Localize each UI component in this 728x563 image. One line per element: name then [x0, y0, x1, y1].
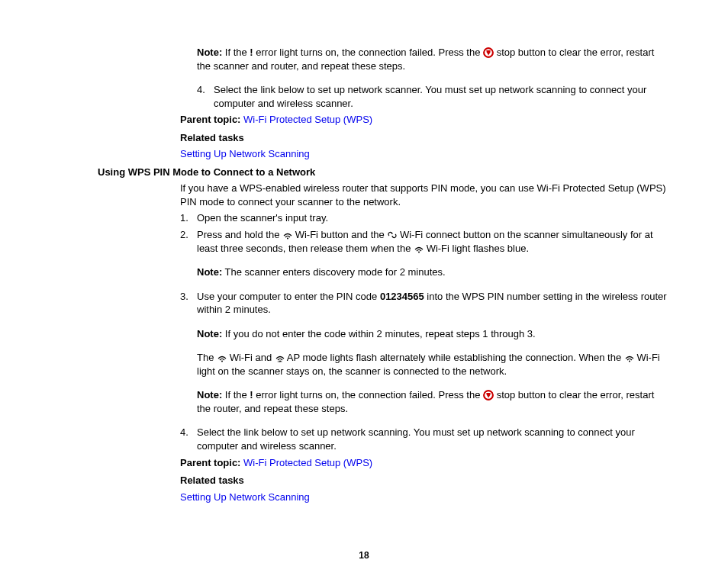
intro-text: If you have a WPS-enabled wireless route…	[180, 182, 667, 208]
page-number: 18	[31, 549, 697, 561]
note-label: Note:	[197, 266, 222, 278]
note-text: Note: If the ! error light turns on, the…	[197, 388, 667, 415]
parent-topic-link[interactable]: Wi-Fi Protected Setup (WPS)	[243, 457, 372, 468]
step-text: Press and hold the Wi-Fi button and the …	[197, 228, 667, 255]
wifi-icon	[217, 352, 227, 362]
step-number: 4.	[197, 83, 214, 110]
step-number: 1.	[180, 211, 197, 225]
step-4: 4. Select the link below to set up netwo…	[197, 83, 667, 110]
wifi-ap-icon	[275, 352, 285, 362]
parent-topic-link[interactable]: Wi-Fi Protected Setup (WPS)	[243, 114, 372, 125]
note-text: Note: The scanner enters discovery mode …	[197, 265, 667, 279]
section-heading: Using WPS PIN Mode to Connect to a Netwo…	[98, 166, 667, 179]
step-text: Select the link below to set up network …	[214, 83, 667, 110]
note-label: Note:	[197, 389, 222, 401]
step-text: Use your computer to enter the PIN code …	[197, 290, 667, 317]
parent-topic-label: Parent topic:	[180, 114, 240, 125]
wifi-icon	[282, 230, 292, 240]
pin-code: 01234565	[380, 291, 424, 302]
step-4: 4. Select the link below to set up netwo…	[180, 426, 667, 452]
note-text: Note: If you do not enter the code withi…	[197, 327, 667, 341]
step-2: 2. Press and hold the Wi-Fi button and t…	[180, 228, 667, 255]
step-text: Select the link below to set up network …	[197, 426, 667, 452]
related-tasks-label: Related tasks	[180, 474, 667, 487]
parent-topic-row: Parent topic: Wi-Fi Protected Setup (WPS…	[180, 456, 667, 470]
wifi-icon	[414, 243, 424, 253]
step-number: 4.	[180, 426, 197, 452]
body-text: The Wi-Fi and AP mode lights flash alter…	[197, 351, 667, 378]
parent-topic-label: Parent topic:	[180, 457, 240, 468]
step-text: Open the scanner's input tray.	[197, 211, 667, 225]
link-icon	[387, 230, 397, 240]
related-task-link[interactable]: Setting Up Network Scanning	[180, 491, 310, 503]
step-3: 3. Use your computer to enter the PIN co…	[180, 290, 667, 317]
stop-icon	[483, 390, 494, 401]
step-number: 3.	[180, 290, 197, 317]
step-number: 2.	[180, 228, 197, 255]
related-tasks-label: Related tasks	[180, 131, 667, 145]
related-task-link[interactable]: Setting Up Network Scanning	[180, 148, 310, 159]
note-label: Note:	[197, 328, 222, 339]
note-text: Note: If the ! error light turns on, the…	[197, 46, 667, 72]
stop-icon	[483, 47, 494, 58]
note-label: Note:	[197, 47, 222, 58]
step-1: 1. Open the scanner's input tray.	[180, 211, 667, 225]
wifi-icon	[624, 352, 634, 362]
parent-topic-row: Parent topic: Wi-Fi Protected Setup (WPS…	[180, 113, 667, 127]
